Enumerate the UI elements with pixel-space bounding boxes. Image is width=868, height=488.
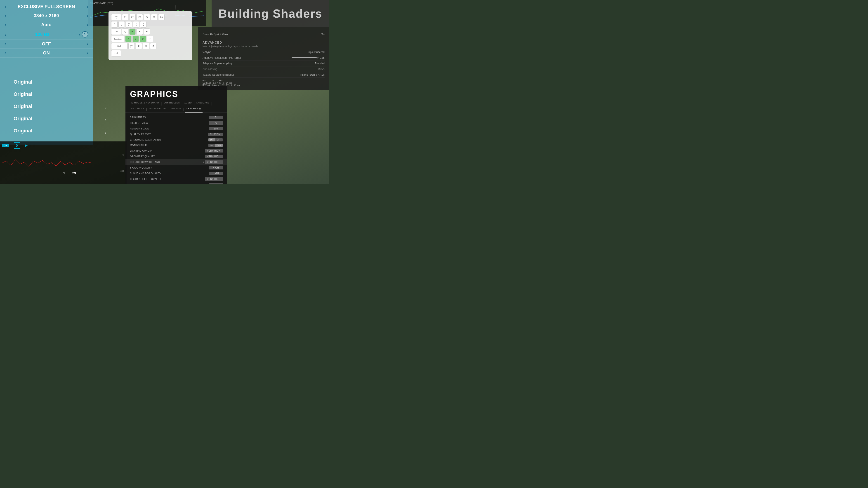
key-tab[interactable]: Tab [111,29,121,35]
original-labels: Original Original Original Original Orig… [13,79,32,140]
tab-sep-5: | [146,107,147,112]
quality-preset-label: QUALITY PRESET [130,133,151,135]
graphics-nav-tabs: ⊞ MOUSE & KEYBOARD | CONTROLLER | AUDIO … [125,101,227,113]
fullscreen-right-arrow[interactable]: › [87,4,88,9]
brightness-setting[interactable]: BRIGHTNESS 5 [125,115,227,120]
chromatic-off-btn[interactable]: OFF [215,138,223,141]
adaptive-res-bar[interactable]: ✕ [291,57,319,58]
key-f4[interactable]: F4 [144,14,150,20]
key-x[interactable]: X [143,43,149,49]
advanced-header: ADVANCED [203,41,324,44]
on-setting: ‹ ON › [0,48,93,58]
key-f1[interactable]: F1 [122,14,128,20]
key-r[interactable]: R [144,29,150,35]
key-1[interactable]: 1 [119,21,125,28]
lighting-quality-value: VERY HIGH [205,149,223,153]
key-iso[interactable]: ISO\ [128,43,135,49]
brightness-label: BRIGHTNESS [130,116,146,119]
key-backtick[interactable]: ¬· [111,21,118,28]
cpu-col: CPU [211,79,214,82]
key-f[interactable]: F [147,36,153,42]
nav-arrow-3[interactable]: › [105,130,106,135]
auto-left-arrow[interactable]: ‹ [4,22,6,27]
original-label-1: Original [13,79,32,85]
key-s[interactable]: S [132,36,139,42]
key-c[interactable]: C [150,43,156,49]
shadow-quality-setting[interactable]: SHADOW QUALITY HIGH [125,165,227,170]
texture-filter-setting[interactable]: TEXTURE FILTER QUALITY VERY HIGH [125,176,227,182]
keyboard-row-3: Tab Q W E R [111,29,189,35]
tab-accessibility[interactable]: ACCESSIBILITY [147,107,168,112]
chromatic-aberration-setting[interactable]: CHROMATIC ABERRATION ON OFF [125,137,227,142]
quality-preset-setting[interactable]: QUALITY PRESET CUSTOM [125,131,227,137]
key-z[interactable]: Z [135,43,142,49]
resolution-right-arrow[interactable]: › [87,13,88,18]
cloud-fog-quality-setting[interactable]: CLOUD AND FOG QUALITY HIGH [125,170,227,176]
fullscreen-left-arrow[interactable]: ‹ [4,4,6,9]
on-right-arrow[interactable]: › [87,51,88,56]
hz-left-arrow[interactable]: ‹ [4,32,6,37]
adaptive-res-label: Adaptive Resolution FPS Target [203,56,241,59]
key-2[interactable]: @2 [126,21,132,28]
off-left-arrow[interactable]: ‹ [4,41,6,46]
key-a[interactable]: A [125,36,131,42]
texture-streaming-setting[interactable]: TEXTURE STREAMING QUALITY HIGH [125,182,227,184]
key-f2[interactable]: F2 [129,14,135,20]
hz-right-arrow[interactable]: › [79,32,80,37]
red-graph-svg [2,156,92,170]
key-ctrl[interactable]: Ctrl [111,50,121,57]
key-f5[interactable]: F5 [151,14,157,20]
key-e[interactable]: E [136,29,143,35]
key-f6[interactable]: F6 [158,14,164,20]
on-left-arrow[interactable]: ‹ [4,51,6,56]
perf-arrow: ► [25,143,29,148]
tab-language[interactable]: LANGUAGE [195,101,211,107]
keyboard-row-4: Caps Lock A S D F [111,36,189,42]
tab-display[interactable]: DISPLAY [170,107,183,112]
key-d[interactable]: D [140,36,146,42]
motion-blur-on-btn[interactable]: ON [209,144,215,147]
lighting-quality-label: LIGHTING QUALITY [130,150,153,152]
key-q[interactable]: Q [122,29,128,35]
nav-arrow-1[interactable]: › [105,105,106,110]
tab-sep-6: | [168,107,170,112]
key-caps-lock[interactable]: Caps Lock [111,36,124,42]
key-4[interactable]: $4 [140,21,147,28]
render-scale-setting[interactable]: RENDER SCALE 100 [125,126,227,131]
adaptive-res-slider: ✕ 136 [291,56,324,59]
key-w[interactable]: W [129,29,135,35]
nav-arrow-2[interactable]: › [105,118,106,123]
shadow-quality-value: HIGH [209,166,223,169]
foliage-draw-distance-setting[interactable]: FOLIAGE DRAW DISTANCE · ‹ VERY HIGH [125,159,227,165]
tab-mouse-keyboard[interactable]: ⊞ MOUSE & KEYBOARD [130,101,160,107]
key-3[interactable]: #3 [133,21,139,28]
motion-blur-off-btn[interactable]: OFF [215,144,223,147]
hz-value: 120 Hz [6,32,79,37]
tab-graphics[interactable]: GRAPHICS ⊟ [185,107,203,112]
tab-graphics-icon: ⊟ [199,107,201,110]
fov-setting[interactable]: FIELD OF VIEW 77 [125,120,227,126]
tab-controller[interactable]: CONTROLLER [162,101,181,107]
auto-value: Auto [8,22,85,27]
perf-graph-area: 125 250 1 29 [0,150,127,177]
key-f3[interactable]: F3 [136,14,143,20]
tab-gameplay[interactable]: GAMEPLAY [130,107,146,112]
gpu-col: GPU [203,79,206,82]
vsync-row: V-Sync Triple Buffered [203,50,324,55]
auto-right-arrow[interactable]: › [87,22,88,27]
adaptive-res-close[interactable]: ✕ [315,56,318,59]
geometry-quality-setting[interactable]: GEOMETRY QUALITY VERY HIGH [125,154,227,159]
hz-reset-button[interactable]: ↻ [82,31,88,37]
foliage-prev-arrow[interactable]: ‹ [203,161,204,163]
lighting-quality-setting[interactable]: LIGHTING QUALITY VERY HIGH [125,148,227,154]
key-shift[interactable]: Shift [111,43,127,49]
tab-audio[interactable]: AUDIO [183,101,193,107]
foliage-left-arrow[interactable]: · [202,161,202,163]
right-settings-panel: Smooth Sprint View On ADVANCED Note: Adj… [198,27,329,90]
smooth-sprint-value: On [321,33,324,36]
key-esc[interactable]: EscFn9 [111,14,121,20]
motion-blur-setting[interactable]: MOTION BLUR ON OFF [125,142,227,148]
chromatic-on-btn[interactable]: ON [209,138,215,141]
off-right-arrow[interactable]: › [87,41,88,46]
resolution-left-arrow[interactable]: ‹ [4,13,6,18]
